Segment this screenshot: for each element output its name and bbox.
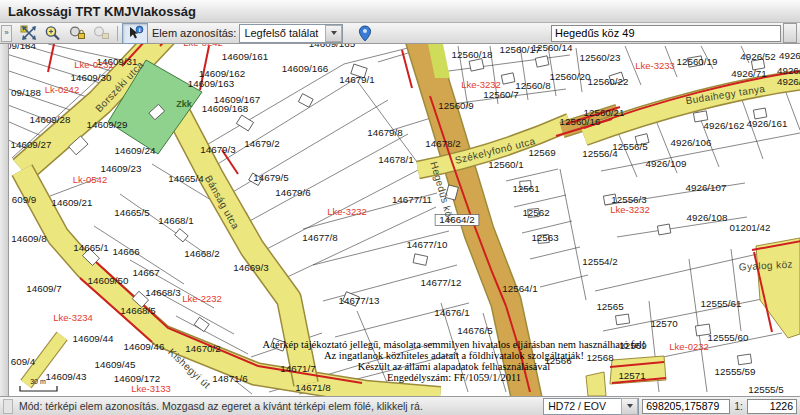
identify-label: Elem azonosítás: — [152, 27, 236, 39]
side-panel-splitter[interactable] — [0, 44, 9, 396]
parcel-label: 09/184 — [6, 44, 37, 51]
parcel-label: 12556/4 — [582, 148, 618, 159]
parcel-label: 14678/2 — [425, 138, 460, 149]
zoom-in-icon — [44, 25, 62, 41]
parcel-label: 4926/52 — [740, 51, 775, 62]
zone-label: Lk-0542 — [73, 174, 107, 185]
parcel-label: 14609/165 — [309, 44, 356, 49]
parcel-label: 14609/166 — [282, 63, 329, 74]
parcel-label: 12563 — [531, 232, 559, 243]
zone-label: Lke-0242 — [183, 44, 223, 48]
scale-prefix-label: 1: — [734, 400, 743, 412]
parcel-label: 12560/21 — [584, 107, 625, 118]
identify-mode-select[interactable]: Legfelső találat — [239, 24, 343, 43]
parcel-label: 14679/8 — [367, 127, 403, 138]
parcel-label: 14666 — [112, 246, 140, 257]
title-bar: Lakossági TRT KMJVlakosság — [0, 0, 800, 23]
parcel-label: 12555/61 — [701, 298, 742, 309]
parcel-label: 14609/29 — [87, 119, 128, 130]
panel-collapse-button[interactable]: » — [1, 25, 12, 42]
status-bar: Mód: térképi elem azonosítás. Mozgasd az… — [0, 396, 800, 415]
zoom-lock-disabled-icon — [92, 25, 110, 41]
search-go-button[interactable] — [783, 23, 797, 43]
status-right-controls: HD72 / EOV 1: — [543, 398, 797, 415]
chevron-down-icon[interactable] — [325, 25, 342, 42]
parcel-label: 14609/7 — [26, 283, 61, 294]
parcel-label: 12560/20 — [550, 71, 591, 82]
parcel-label: 14668/1 — [158, 215, 193, 226]
pan-button[interactable] — [17, 24, 41, 43]
parcel-label: 14668/2 — [184, 248, 219, 259]
zone-label: Lke-2232 — [182, 293, 222, 304]
parcel-label: 14609/23 — [101, 163, 142, 174]
scale-bar-label: 30 m — [30, 378, 46, 385]
watermark-line: Az ingatlanok közhiteles adatait a földh… — [324, 350, 584, 361]
parcel-label: 14609/50 — [88, 275, 129, 286]
parcel-label: 609/9 — [12, 194, 37, 205]
parcel-label: 12570 — [650, 318, 678, 329]
parcel-label: 14679/3 — [200, 144, 236, 155]
parcel-label: 12560/9 — [438, 100, 473, 111]
zone-label: Lke-3133 — [131, 383, 171, 394]
parcel-label: 4926/109 — [646, 158, 687, 169]
parcel-label: 01201/42 — [730, 222, 771, 233]
parcel-label: 14609/43 — [46, 371, 87, 382]
parcel-label: 12560/7 — [483, 89, 518, 100]
zone-label: Lke-3234 — [53, 312, 93, 323]
green-label: Zkk — [176, 99, 193, 109]
parcel-label: 12560/14 — [532, 44, 573, 53]
parcel-label: 4926/161 — [747, 118, 788, 129]
projection-select[interactable]: HD72 / EOV — [543, 398, 639, 415]
zoom-in-button[interactable] — [41, 24, 65, 43]
search-input[interactable] — [551, 25, 781, 42]
zoom-lock-disabled-button[interactable] — [89, 24, 113, 43]
parcel-label: 14665/4 — [168, 173, 204, 184]
parcel-label: 14677/10 — [407, 239, 448, 250]
zone-label: Lke-0232 — [669, 341, 709, 352]
parcel-label: 14665/1 — [73, 242, 108, 253]
chevron-down-icon[interactable] — [621, 398, 638, 415]
zone-label: Lke-3232 — [461, 79, 501, 90]
parcel-label: 14609/30 — [71, 72, 112, 83]
parcel-label: 609/4 — [11, 356, 36, 367]
parcel-label: 4926/71 — [731, 68, 766, 79]
parcel-label: 14665/5 — [114, 207, 150, 218]
parcel-label: 4926/108 — [687, 212, 728, 223]
pin-button[interactable] — [353, 24, 377, 43]
parcel-label: 14609/46 — [124, 341, 165, 352]
watermark-line: Készült az állami alapadatok felhasználá… — [358, 361, 550, 372]
parcel-label: 12560/18 — [452, 49, 493, 60]
watermark-line: Engedélyszám: FF/1059/1/2011 — [387, 372, 521, 383]
parcel-label: 14679/1 — [339, 74, 374, 85]
parcel-label: 12560/8 — [515, 80, 551, 91]
parcel-label: 12562 — [522, 207, 549, 218]
parcel-label: 14677/8 — [302, 232, 338, 243]
zoom-lock-button[interactable] — [65, 24, 89, 43]
parcel-label: 4926/8 — [777, 65, 800, 76]
parcel-label: 12555/5 — [748, 384, 784, 395]
parcel-label: 12555/60 — [708, 332, 749, 343]
parcel-label: 12554/2 — [582, 256, 617, 267]
parcel-label: 14609/24 — [115, 145, 156, 156]
parcel-label: 14679/2 — [244, 138, 279, 149]
parcel-label: 14669/3 — [233, 262, 269, 273]
parcel-label: 12568 — [586, 352, 614, 363]
map-canvas[interactable]: 30 m 09/18414609/3114609/3009/18814609/2… — [0, 44, 800, 396]
toolbar-separator — [117, 26, 118, 41]
parcel-label: 14609/27 — [11, 139, 52, 150]
zone-label: Lk-0242 — [45, 84, 79, 95]
app-title: Lakossági TRT KMJVlakosság — [8, 4, 196, 19]
identify-tool-button[interactable]: i — [122, 23, 148, 44]
scale-field[interactable] — [747, 399, 797, 414]
parcel-label: 09/188 — [11, 87, 42, 98]
parcel-label: 14676/1 — [434, 307, 469, 318]
search-area — [551, 23, 797, 43]
parcel-label: 14676/5 — [457, 325, 493, 336]
parcel-label: 12571 — [618, 370, 645, 381]
parcel-label: 14609/28 — [30, 114, 71, 125]
status-grip-icon[interactable] — [3, 399, 13, 414]
parcel-label: 14671/8 — [295, 382, 331, 393]
coordinates-field[interactable] — [642, 399, 730, 414]
parcel-label: 12561 — [512, 183, 539, 194]
parcel-label: 14609/8 — [11, 233, 47, 244]
